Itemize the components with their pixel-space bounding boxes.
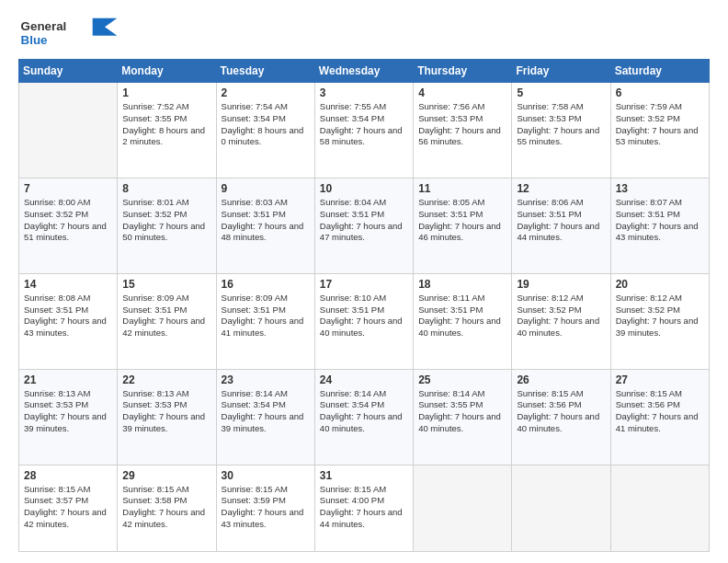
day-number: 15 (122, 278, 210, 291)
day-info: Sunrise: 8:14 AMSunset: 3:54 PMDaylight:… (320, 388, 408, 435)
day-info: Sunrise: 8:04 AMSunset: 3:51 PMDaylight:… (320, 197, 408, 244)
svg-text:General: General (21, 19, 67, 33)
day-number: 7 (24, 182, 112, 195)
day-info: Sunrise: 8:14 AMSunset: 3:55 PMDaylight:… (418, 388, 506, 435)
calendar-cell: 29Sunrise: 8:15 AMSunset: 3:58 PMDayligh… (118, 465, 216, 552)
day-number: 10 (320, 182, 408, 195)
calendar-cell (19, 83, 118, 178)
day-info: Sunrise: 8:15 AMSunset: 3:56 PMDaylight:… (616, 388, 704, 435)
calendar-cell: 5Sunrise: 7:58 AMSunset: 3:53 PMDaylight… (512, 83, 610, 178)
day-number: 2 (222, 86, 310, 99)
weekday-header-wednesday: Wednesday (314, 60, 413, 83)
calendar-cell: 7Sunrise: 8:00 AMSunset: 3:52 PMDaylight… (19, 178, 118, 273)
svg-text:Blue: Blue (21, 33, 48, 47)
day-info: Sunrise: 8:06 AMSunset: 3:51 PMDaylight:… (517, 197, 605, 244)
calendar-cell: 20Sunrise: 8:12 AMSunset: 3:52 PMDayligh… (610, 273, 709, 369)
day-number: 16 (222, 278, 310, 291)
day-number: 14 (24, 278, 112, 291)
day-info: Sunrise: 8:15 AMSunset: 4:00 PMDaylight:… (320, 484, 408, 531)
calendar-cell (414, 465, 512, 552)
day-info: Sunrise: 8:14 AMSunset: 3:54 PMDaylight:… (222, 388, 310, 435)
week-row-3: 14Sunrise: 8:08 AMSunset: 3:51 PMDayligh… (19, 273, 710, 369)
calendar-cell: 19Sunrise: 8:12 AMSunset: 3:52 PMDayligh… (512, 273, 610, 369)
day-number: 11 (418, 182, 506, 195)
day-number: 19 (517, 278, 605, 291)
week-row-5: 28Sunrise: 8:15 AMSunset: 3:57 PMDayligh… (19, 465, 710, 552)
day-info: Sunrise: 8:11 AMSunset: 3:51 PMDaylight:… (418, 293, 506, 339)
calendar-cell: 16Sunrise: 8:09 AMSunset: 3:51 PMDayligh… (216, 273, 314, 369)
day-info: Sunrise: 8:07 AMSunset: 3:51 PMDaylight:… (616, 197, 704, 244)
calendar-cell: 27Sunrise: 8:15 AMSunset: 3:56 PMDayligh… (610, 369, 709, 465)
day-number: 18 (418, 278, 506, 291)
day-info: Sunrise: 8:05 AMSunset: 3:51 PMDaylight:… (418, 197, 506, 244)
day-info: Sunrise: 7:56 AMSunset: 3:53 PMDaylight:… (418, 101, 506, 148)
day-info: Sunrise: 8:12 AMSunset: 3:52 PMDaylight:… (517, 293, 605, 339)
day-number: 25 (418, 373, 506, 386)
day-number: 9 (222, 182, 310, 195)
day-info: Sunrise: 8:10 AMSunset: 3:51 PMDaylight:… (320, 293, 408, 339)
day-number: 24 (320, 373, 408, 386)
week-row-4: 21Sunrise: 8:13 AMSunset: 3:53 PMDayligh… (19, 369, 710, 465)
day-info: Sunrise: 8:13 AMSunset: 3:53 PMDaylight:… (122, 388, 210, 435)
day-number: 22 (122, 373, 210, 386)
page: General Blue SundayMondayTuesdayWednesda… (0, 0, 728, 563)
weekday-header-thursday: Thursday (414, 60, 512, 83)
day-info: Sunrise: 8:15 AMSunset: 3:58 PMDaylight:… (122, 484, 210, 531)
calendar-cell: 26Sunrise: 8:15 AMSunset: 3:56 PMDayligh… (512, 369, 610, 465)
day-info: Sunrise: 8:15 AMSunset: 3:56 PMDaylight:… (517, 388, 605, 435)
day-number: 30 (222, 469, 310, 482)
calendar-cell: 22Sunrise: 8:13 AMSunset: 3:53 PMDayligh… (118, 369, 216, 465)
calendar-cell: 18Sunrise: 8:11 AMSunset: 3:51 PMDayligh… (414, 273, 512, 369)
calendar-cell: 13Sunrise: 8:07 AMSunset: 3:51 PMDayligh… (610, 178, 709, 273)
calendar-cell: 1Sunrise: 7:52 AMSunset: 3:55 PMDaylight… (118, 83, 216, 178)
day-number: 23 (222, 373, 310, 386)
day-info: Sunrise: 8:09 AMSunset: 3:51 PMDaylight:… (122, 293, 210, 339)
logo-svg: General Blue (18, 15, 119, 52)
calendar-cell: 17Sunrise: 8:10 AMSunset: 3:51 PMDayligh… (314, 273, 413, 369)
day-number: 21 (24, 373, 112, 386)
day-info: Sunrise: 8:13 AMSunset: 3:53 PMDaylight:… (24, 388, 112, 435)
weekday-header-friday: Friday (512, 60, 610, 83)
day-number: 31 (320, 469, 408, 482)
day-info: Sunrise: 7:59 AMSunset: 3:52 PMDaylight:… (616, 101, 704, 148)
calendar-cell (610, 465, 709, 552)
day-number: 29 (122, 469, 210, 482)
day-number: 20 (616, 278, 704, 291)
day-number: 8 (122, 182, 210, 195)
calendar-table: SundayMondayTuesdayWednesdayThursdayFrid… (18, 59, 710, 552)
calendar-cell: 4Sunrise: 7:56 AMSunset: 3:53 PMDaylight… (414, 83, 512, 178)
day-info: Sunrise: 7:54 AMSunset: 3:54 PMDaylight:… (222, 101, 310, 148)
calendar-cell: 12Sunrise: 8:06 AMSunset: 3:51 PMDayligh… (512, 178, 610, 273)
day-info: Sunrise: 8:08 AMSunset: 3:51 PMDaylight:… (24, 293, 112, 339)
calendar-cell: 28Sunrise: 8:15 AMSunset: 3:57 PMDayligh… (19, 465, 118, 552)
calendar-cell: 8Sunrise: 8:01 AMSunset: 3:52 PMDaylight… (118, 178, 216, 273)
weekday-header-saturday: Saturday (610, 60, 709, 83)
calendar-cell: 14Sunrise: 8:08 AMSunset: 3:51 PMDayligh… (19, 273, 118, 369)
week-row-1: 1Sunrise: 7:52 AMSunset: 3:55 PMDaylight… (19, 83, 710, 178)
day-info: Sunrise: 7:58 AMSunset: 3:53 PMDaylight:… (517, 101, 605, 148)
calendar-cell: 31Sunrise: 8:15 AMSunset: 4:00 PMDayligh… (314, 465, 413, 552)
logo: General Blue (18, 15, 119, 52)
day-info: Sunrise: 8:15 AMSunset: 3:57 PMDaylight:… (24, 484, 112, 531)
day-number: 13 (616, 182, 704, 195)
calendar-cell: 15Sunrise: 8:09 AMSunset: 3:51 PMDayligh… (118, 273, 216, 369)
header: General Blue (18, 15, 710, 52)
weekday-header-row: SundayMondayTuesdayWednesdayThursdayFrid… (19, 60, 710, 83)
calendar-cell: 30Sunrise: 8:15 AMSunset: 3:59 PMDayligh… (216, 465, 314, 552)
day-info: Sunrise: 8:15 AMSunset: 3:59 PMDaylight:… (222, 484, 310, 531)
calendar-cell: 24Sunrise: 8:14 AMSunset: 3:54 PMDayligh… (314, 369, 413, 465)
weekday-header-monday: Monday (118, 60, 216, 83)
day-number: 12 (517, 182, 605, 195)
day-number: 1 (122, 86, 210, 99)
day-number: 27 (616, 373, 704, 386)
day-info: Sunrise: 8:01 AMSunset: 3:52 PMDaylight:… (122, 197, 210, 244)
day-number: 6 (616, 86, 704, 99)
calendar-cell: 9Sunrise: 8:03 AMSunset: 3:51 PMDaylight… (216, 178, 314, 273)
day-info: Sunrise: 7:55 AMSunset: 3:54 PMDaylight:… (320, 101, 408, 148)
calendar-cell: 6Sunrise: 7:59 AMSunset: 3:52 PMDaylight… (610, 83, 709, 178)
calendar-cell: 3Sunrise: 7:55 AMSunset: 3:54 PMDaylight… (314, 83, 413, 178)
calendar-cell (512, 465, 610, 552)
day-number: 4 (418, 86, 506, 99)
day-number: 28 (24, 469, 112, 482)
day-number: 17 (320, 278, 408, 291)
